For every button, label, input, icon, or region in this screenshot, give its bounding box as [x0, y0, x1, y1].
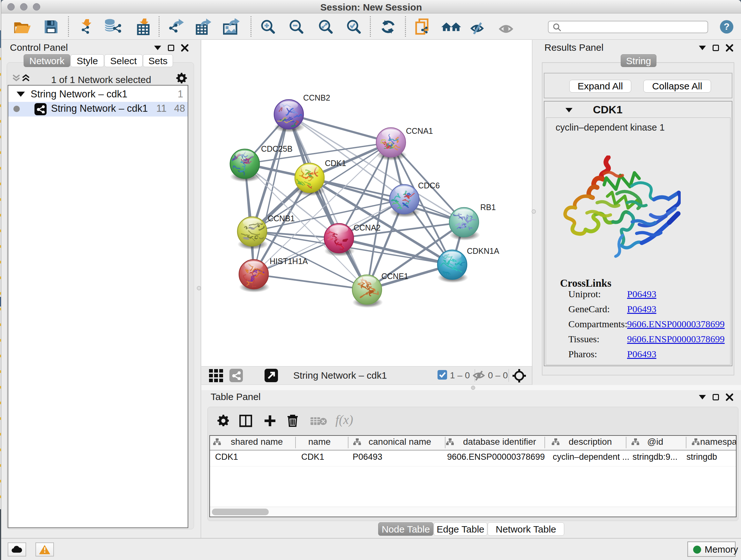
svg-text:CCNA2: CCNA2	[354, 223, 381, 232]
svg-text:?: ?	[724, 21, 730, 32]
svg-text:CDC25B: CDC25B	[261, 144, 293, 153]
svg-text:CCNA1: CCNA1	[406, 126, 433, 135]
svg-text:CDC6: CDC6	[418, 181, 440, 190]
svg-text:CCNB1: CCNB1	[268, 214, 295, 223]
svg-text:CDK1: CDK1	[325, 159, 346, 168]
svg-text:CCNE1: CCNE1	[381, 272, 408, 281]
svg-text:HIST1H1A: HIST1H1A	[270, 257, 308, 266]
svg-text:CCNB2: CCNB2	[303, 93, 330, 102]
svg-text:CDKN1A: CDKN1A	[467, 246, 499, 255]
svg-text:RB1: RB1	[480, 203, 496, 212]
